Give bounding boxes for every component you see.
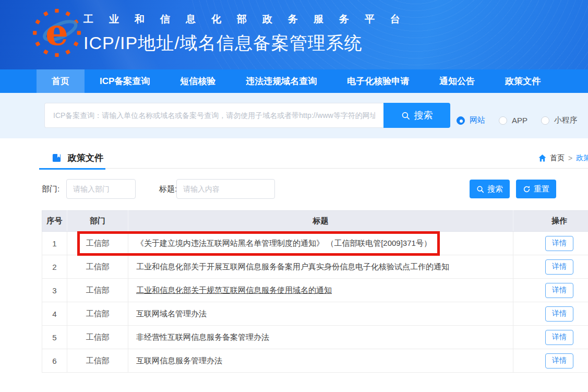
icp-search-button-label: 搜索 [414, 109, 433, 122]
radio-website[interactable]: 网站 [457, 115, 485, 125]
radio-website-label: 网站 [470, 115, 485, 125]
dept-cell: 工信部 [67, 349, 128, 373]
policy-title-link[interactable]: 工业和信息化部关于开展互联网信息服务备案用户真实身份信息电子化核验试点工作的通知 [128, 255, 513, 279]
nav-item-home[interactable]: 首页 [37, 69, 85, 93]
table-row: 1 工信部 《关于建立境内违法互联网站黑名单管理制度的通知》 （工信部联电管[2… [42, 232, 588, 255]
dept-cell: 工信部 [67, 279, 128, 302]
detail-button[interactable]: 详情 [545, 330, 573, 345]
nav-item-illegal-domain-query[interactable]: 违法违规域名查询 [231, 69, 332, 93]
dept-filter-label: 部门: [42, 184, 59, 194]
dept-cell: 工信部 [67, 255, 128, 279]
filter-row: 部门: 标题: 搜索 重置 [0, 179, 588, 200]
section-title: 政策文件 [68, 152, 103, 164]
icp-search-section: 搜索 网站 APP 小程序 快应用 [0, 93, 588, 138]
row-number-cell: 3 [42, 279, 67, 302]
table-row: 5 工信部 非经营性互联网信息服务备案管理办法 详情 [42, 326, 588, 349]
nav-item-e-verify-apply[interactable]: 电子化核验申请 [332, 69, 424, 93]
row-number-cell: 5 [42, 326, 67, 349]
policy-title-link[interactable]: 互联网域名管理办法 [128, 302, 513, 326]
dept-cell: 工信部 [67, 232, 128, 255]
title-filter-input[interactable] [176, 179, 275, 199]
detail-button[interactable]: 详情 [545, 353, 573, 369]
col-header-no: 序号 [42, 211, 67, 232]
radio-mini-program[interactable]: 小程序 [541, 115, 578, 125]
header-titles: 工业和信息化部政务服务平台 ICP/IP地址/域名信息备案管理系统 [83, 13, 416, 55]
col-header-dept: 部门 [67, 211, 128, 232]
table-row: 4 工信部 互联网域名管理办法 详情 [42, 302, 588, 326]
row-number-cell: 4 [42, 302, 67, 326]
radio-unselected-icon [541, 116, 549, 125]
home-icon [538, 155, 546, 162]
title-filter-label: 标题: [159, 184, 177, 194]
filter-search-label: 搜索 [487, 184, 503, 194]
policy-table-wrap: 序号 部门 标题 操作 1 工信部 《关于建立境内违法互联网站黑名单管理制度的通… [42, 210, 588, 373]
section-header: 政策文件 首页 > 政策文件 [39, 147, 588, 169]
dept-cell: 工信部 [67, 302, 128, 326]
system-title: ICP/IP地址/域名信息备案管理系统 [83, 31, 416, 55]
filter-reset-label: 重置 [534, 184, 549, 194]
nav-item-notices[interactable]: 通知公告 [424, 69, 490, 93]
table-row: 3 工信部 工业和信息化部关于规范互联网信息服务使用域名的通知 详情 [42, 279, 588, 302]
policy-title-link[interactable]: 《关于建立境内违法互联网站黑名单管理制度的通知》 （工信部联电管[2009]37… [128, 232, 513, 255]
radio-app-label: APP [512, 116, 527, 125]
col-header-title: 标题 [128, 211, 513, 232]
dept-filter-input[interactable] [66, 179, 136, 199]
main-nav: 首页 ICP备案查询 短信核验 违法违规域名查询 电子化核验申请 通知公告 政策… [0, 69, 588, 93]
policy-title-link[interactable]: 非经营性互联网信息服务备案管理办法 [128, 326, 513, 349]
icp-search-button[interactable]: 搜索 [383, 103, 450, 128]
filter-reset-button[interactable]: 重置 [516, 180, 556, 198]
nav-item-sms-verify[interactable]: 短信核验 [165, 69, 231, 93]
nav-item-policy-files[interactable]: 政策文件 [490, 69, 556, 93]
miit-logo: e [32, 8, 81, 57]
dept-cell: 工信部 [67, 326, 128, 349]
tab-policy-files: 政策文件 [39, 147, 116, 169]
row-number-cell: 1 [42, 232, 67, 255]
table-row: 2 工信部 工业和信息化部关于开展互联网信息服务备案用户真实身份信息电子化核验试… [42, 255, 588, 279]
breadcrumb: 首页 > 政策文件 [538, 153, 588, 163]
radio-app[interactable]: APP [499, 116, 527, 125]
breadcrumb-home-link[interactable]: 首页 [550, 153, 565, 163]
policy-file-icon [52, 153, 62, 163]
detail-button[interactable]: 详情 [545, 306, 573, 322]
radio-unselected-icon [499, 116, 507, 125]
gear-e-logo-icon: e [32, 8, 81, 57]
detail-button[interactable]: 详情 [545, 236, 573, 251]
search-icon [476, 185, 484, 193]
query-type-radio-group: 网站 APP 小程序 快应用 [457, 93, 588, 138]
radio-selected-icon [457, 116, 465, 125]
table-header-row: 序号 部门 标题 操作 [42, 211, 588, 232]
main-content: 政策文件 首页 > 政策文件 部门: 标题: 搜索 [0, 138, 588, 392]
policy-table: 序号 部门 标题 操作 1 工信部 《关于建立境内违法互联网站黑名单管理制度的通… [42, 210, 588, 373]
site-header: e 工业和信息化部政务服务平台 ICP/IP地址/域名信息备案管理系统 [0, 0, 588, 69]
search-icon [401, 111, 410, 120]
nav-item-icp-query[interactable]: ICP备案查询 [85, 69, 165, 93]
detail-button[interactable]: 详情 [545, 259, 573, 275]
filter-search-button[interactable]: 搜索 [470, 180, 510, 198]
breadcrumb-current-link[interactable]: 政策文件 [576, 153, 588, 163]
ministry-platform-line: 工业和信息化部政务服务平台 [83, 13, 416, 26]
policy-title-link[interactable]: 互联网信息服务管理办法 [128, 349, 513, 373]
policy-title-link[interactable]: 工业和信息化部关于规范互联网信息服务使用域名的通知 [128, 279, 513, 302]
row-number-cell: 6 [42, 349, 67, 373]
page: e 工业和信息化部政务服务平台 ICP/IP地址/域名信息备案管理系统 首页 I… [0, 0, 588, 392]
row-number-cell: 2 [42, 255, 67, 279]
table-row: 6 工信部 互联网信息服务管理办法 详情 [42, 349, 588, 373]
col-header-action: 操作 [513, 211, 588, 232]
breadcrumb-separator: > [568, 154, 572, 162]
svg-text:e: e [45, 11, 68, 53]
icp-search-input[interactable] [44, 103, 383, 128]
radio-mini-program-label: 小程序 [554, 115, 578, 125]
detail-button[interactable]: 详情 [545, 283, 573, 298]
refresh-icon [523, 185, 531, 193]
